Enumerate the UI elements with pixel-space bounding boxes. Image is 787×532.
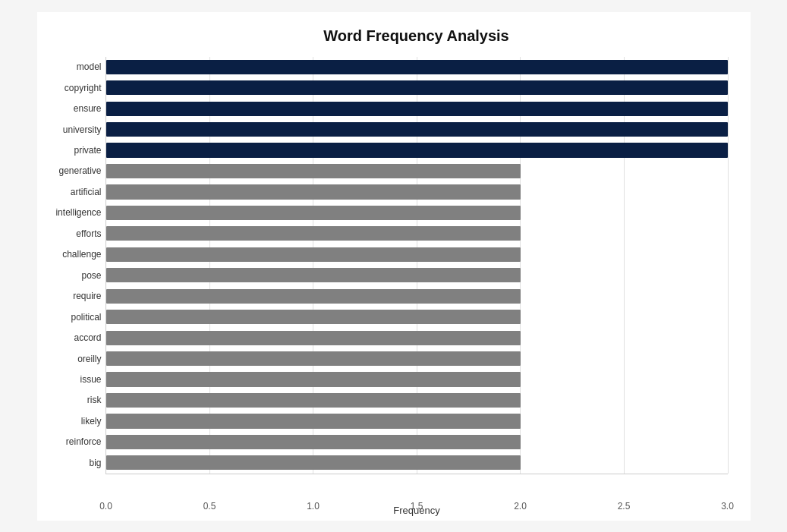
bar-label: copyright [65, 83, 102, 93]
bar-label: issue [80, 374, 101, 385]
bar [106, 184, 521, 199]
bar [106, 435, 521, 449]
bar-label: risk [87, 395, 102, 405]
bar-row: pose [106, 265, 728, 285]
bar-label: artificial [71, 187, 102, 197]
bar-row: oreilly [106, 348, 728, 369]
bar-row: ensure [106, 98, 728, 118]
bar-label: political [71, 312, 101, 323]
bar-row: challenge [106, 244, 728, 265]
bar [106, 247, 521, 262]
bar [106, 226, 521, 241]
chart-container: Word Frequency Analysis modelcopyrighten… [37, 12, 751, 521]
bar-row: reinforce [106, 432, 728, 452]
bar [106, 80, 728, 95]
bar-row: efforts [106, 223, 728, 244]
bar-label: generative [58, 165, 101, 176]
bar-label: challenge [62, 249, 101, 260]
bar-row: issue [106, 369, 728, 389]
bar-row: university [106, 119, 728, 140]
bar [106, 102, 728, 116]
bar-row: model [106, 57, 728, 77]
chart-area: modelcopyrightensureuniversityprivategen… [105, 57, 728, 474]
bar-label: ensure [74, 103, 102, 114]
bar-label: university [63, 124, 102, 135]
bar-row: copyright [106, 77, 728, 98]
bar-label: likely [81, 416, 102, 427]
bar [106, 60, 728, 74]
bars-wrapper: modelcopyrightensureuniversityprivategen… [106, 57, 728, 474]
bar [106, 206, 521, 220]
bar-row: political [106, 307, 728, 327]
bar [106, 122, 728, 137]
bar [106, 310, 521, 324]
x-axis-label: Frequency [106, 505, 728, 516]
bar-label: big [89, 458, 101, 468]
bar-row: intelligence [106, 203, 728, 223]
bar-label: intelligence [55, 207, 101, 218]
bar-row: risk [106, 390, 728, 411]
bar-row: private [106, 140, 728, 160]
bar [106, 164, 521, 178]
bar [106, 414, 521, 428]
bar [106, 331, 521, 345]
bar-label: private [74, 145, 101, 156]
chart-title: Word Frequency Analysis [105, 27, 728, 45]
bar-row: require [106, 285, 728, 306]
bar-label: efforts [76, 228, 101, 239]
bar-row: accord [106, 327, 728, 348]
bar-label: pose [81, 270, 101, 281]
bar-row: generative [106, 161, 728, 181]
bar-label: model [77, 61, 102, 72]
bar [106, 455, 521, 470]
bar-row: big [106, 452, 728, 473]
bar [106, 268, 521, 282]
grid-line [728, 57, 729, 474]
bar-label: reinforce [66, 436, 102, 447]
bar [106, 289, 521, 304]
bar [106, 393, 521, 408]
bar-label: require [73, 291, 101, 301]
bar-row: likely [106, 411, 728, 431]
bar [106, 143, 728, 157]
bar-label: oreilly [77, 354, 101, 364]
bar-row: artificial [106, 181, 728, 202]
bar [106, 372, 521, 386]
bar-label: accord [74, 332, 101, 343]
bar [106, 351, 521, 366]
